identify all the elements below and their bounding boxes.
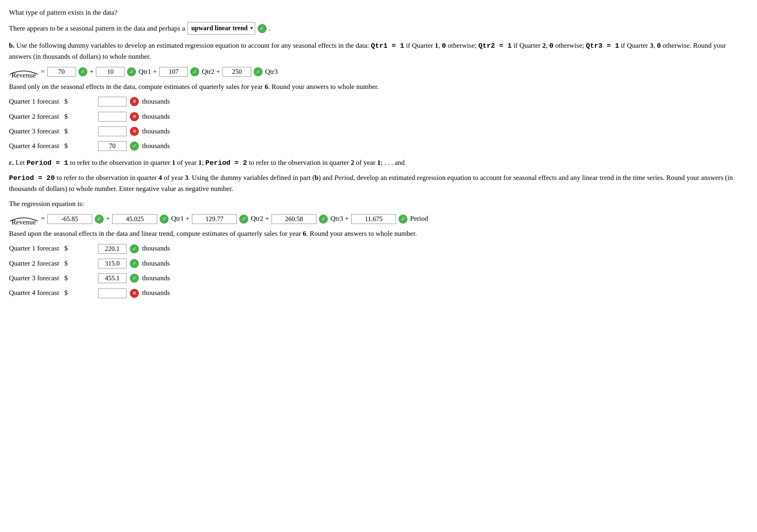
forecast-b-q4: Quarter 4 forecast $ ✓ thousands: [9, 141, 748, 151]
forecast-c-q3-label: Quarter 3 forecast $: [9, 273, 95, 284]
forecast-b-q1-input[interactable]: [98, 97, 127, 106]
eq-b-equals: =: [41, 66, 45, 77]
forecast-c-q4-status-icon: ✕: [130, 289, 139, 298]
question-c-block: c. Let Period = 1 to refer to the observ…: [9, 157, 748, 168]
seasonal-text-b: Based only on the seasonal effects in th…: [9, 82, 748, 92]
forecast-c-q3: Quarter 3 forecast $ ✓ thousands: [9, 273, 748, 284]
qtr3-b-label: Qtr3: [265, 66, 278, 77]
eq-c-equals: =: [41, 213, 45, 224]
pattern-dropdown[interactable]: upward linear trend ▾: [187, 22, 255, 35]
dropdown-check-icon: ✓: [258, 24, 267, 33]
svg-text:Revenue: Revenue: [11, 71, 36, 78]
question-b-label: b.: [9, 42, 15, 49]
svg-text:Revenue: Revenue: [11, 218, 36, 224]
revenue-b-label: Revenue: [9, 66, 38, 78]
forecast-b-q2-input[interactable]: [98, 112, 127, 122]
forecast-c-q2-unit: thousands: [142, 258, 170, 269]
forecast-b-q1: Quarter 1 forecast $ ✕ thousands: [9, 96, 748, 107]
question-a-row: There appears to be a seasonal pattern i…: [9, 22, 748, 35]
forecast-c-q4-label: Quarter 4 forecast $: [9, 288, 95, 298]
dropdown-value: upward linear trend: [191, 23, 247, 33]
forecast-c-q3-input[interactable]: [98, 273, 127, 283]
question-a-text1: What type of pattern exists in the data?: [9, 7, 748, 18]
coeff-b4-check: ✓: [254, 67, 263, 76]
equation-c: Revenue = ✓ + ✓ Qtr1 + ✓ Qtr2 + ✓ Qtr3 +…: [9, 213, 748, 224]
forecast-b-q4-status-icon: ✓: [130, 142, 139, 151]
forecast-c-q1-status-icon: ✓: [130, 244, 139, 253]
forecasts-c: Quarter 1 forecast $ ✓ thousands Quarter…: [9, 243, 748, 298]
forecast-b-q3: Quarter 3 forecast $ ✕ thousands: [9, 126, 748, 137]
qtr2-b-label: Qtr2 +: [202, 66, 220, 77]
forecast-b-q3-input[interactable]: [98, 126, 127, 136]
coeff-c5-check: ✓: [399, 215, 407, 224]
coeff-c2-check: ✓: [160, 215, 169, 224]
seasonal-linear-text-c: Based upon the seasonal effects in the d…: [9, 228, 748, 239]
forecast-c-q1-input[interactable]: [98, 244, 127, 254]
qtr2-c-label: Qtr2 +: [251, 213, 269, 224]
revenue-arc-c-svg: Revenue: [9, 214, 38, 224]
forecast-b-q2: Quarter 2 forecast $ ✕ thousands: [9, 111, 748, 122]
forecast-b-q1-label: Quarter 1 forecast $: [9, 96, 95, 107]
forecast-c-q2: Quarter 2 forecast $ ✓ thousands: [9, 258, 748, 269]
forecast-b-q3-status-icon: ✕: [130, 127, 139, 136]
period-dot: .: [269, 23, 271, 34]
coeff-c3-input[interactable]: [192, 214, 237, 224]
coeff-b1-input[interactable]: [47, 67, 76, 77]
question-c-description2: Period = 20 to refer to the observation …: [9, 173, 748, 195]
coeff-c4-input[interactable]: [272, 214, 316, 224]
forecast-c-q1: Quarter 1 forecast $ ✓ thousands: [9, 243, 748, 254]
forecast-b-q1-status-icon: ✕: [130, 97, 139, 106]
revenue-c-label: Revenue: [9, 213, 38, 224]
forecast-b-q3-unit: thousands: [142, 126, 170, 137]
forecast-c-q2-label: Quarter 2 forecast $: [9, 258, 95, 269]
forecast-b-q2-label: Quarter 2 forecast $: [9, 111, 95, 122]
coeff-b4-input[interactable]: [223, 67, 251, 77]
coeff-c3-check: ✓: [239, 215, 248, 224]
forecast-b-q3-label: Quarter 3 forecast $: [9, 126, 95, 137]
question-a-text2: There appears to be a seasonal pattern i…: [9, 23, 185, 34]
forecast-c-q4-unit: thousands: [142, 288, 170, 298]
question-b-description: Use the following dummy variables to dev…: [9, 42, 726, 60]
coeff-b1-check: ✓: [78, 67, 87, 76]
period-c-label: Period: [410, 213, 428, 224]
forecasts-b: Quarter 1 forecast $ ✕ thousands Quarter…: [9, 96, 748, 151]
coeff-b2-check: ✓: [127, 67, 136, 76]
coeff-c5-input[interactable]: [351, 214, 396, 224]
forecast-c-q4: Quarter 4 forecast $ ✕ thousands: [9, 288, 748, 298]
coeff-c4-check: ✓: [319, 215, 328, 224]
revenue-arc-svg: Revenue: [9, 67, 38, 78]
forecast-c-q2-status-icon: ✓: [130, 259, 139, 268]
forecast-b-q4-unit: thousands: [142, 141, 170, 151]
forecast-b-q4-label: Quarter 4 forecast $: [9, 141, 95, 151]
equation-b: Revenue = ✓ + ✓ Qtr1 + ✓ Qtr2 + ✓ Qtr3: [9, 66, 748, 78]
forecast-c-q3-status-icon: ✓: [130, 274, 139, 283]
qtr1-b-label: Qtr1 +: [138, 66, 157, 77]
question-b-block: b. Use the following dummy variables to …: [9, 40, 748, 62]
coeff-c1-input[interactable]: [47, 214, 92, 224]
qtr3-c-label: Qtr3 +: [330, 213, 349, 224]
forecast-c-q4-input[interactable]: [98, 288, 127, 298]
forecast-c-q3-unit: thousands: [142, 273, 170, 284]
forecast-b-q4-input[interactable]: [98, 141, 127, 151]
coeff-c2-input[interactable]: [112, 214, 157, 224]
forecast-c-q1-label: Quarter 1 forecast $: [9, 243, 95, 254]
regression-label-c: The regression equation is:: [9, 199, 748, 209]
coeff-c1-check: ✓: [95, 215, 104, 224]
forecast-b-q2-unit: thousands: [142, 111, 170, 122]
qtr1-c-label: Qtr1 +: [171, 213, 189, 224]
forecast-c-q1-unit: thousands: [142, 243, 170, 254]
coeff-b3-input[interactable]: [159, 67, 188, 77]
coeff-b3-check: ✓: [190, 67, 199, 76]
forecast-c-q2-input[interactable]: [98, 259, 127, 268]
coeff-b2-input[interactable]: [96, 67, 125, 77]
question-c-description: Let Period = 1 to refer to the observati…: [16, 159, 405, 166]
chevron-down-icon: ▾: [250, 24, 253, 32]
question-c-label: c.: [9, 159, 14, 166]
plus-c1: +: [106, 213, 110, 224]
forecast-b-q1-unit: thousands: [142, 96, 170, 107]
forecast-b-q2-status-icon: ✕: [130, 112, 139, 121]
plus-b1: +: [90, 66, 94, 77]
